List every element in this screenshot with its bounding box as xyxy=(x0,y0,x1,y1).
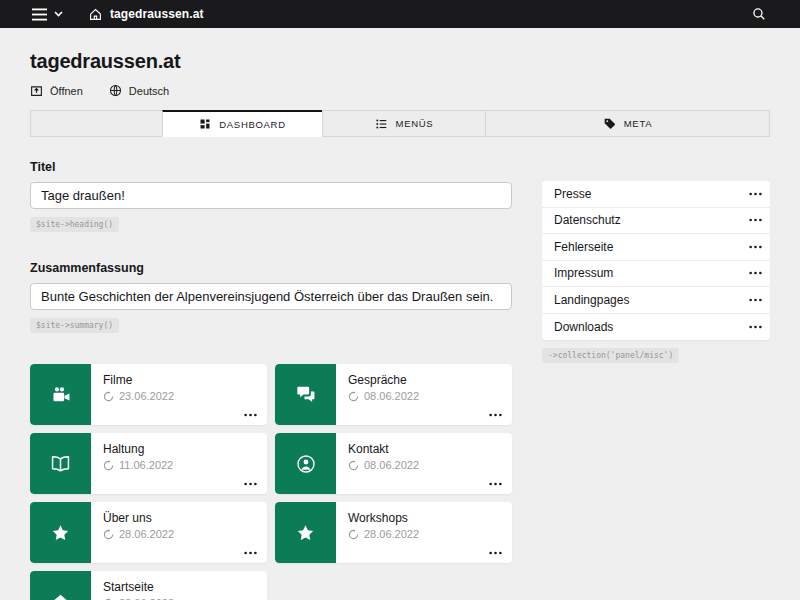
page-card-title: Haltung xyxy=(103,442,255,456)
dots-icon xyxy=(489,413,502,417)
page-card-icon-tile xyxy=(30,433,91,494)
misc-page-options-button[interactable] xyxy=(747,243,764,251)
tab-meta-label: META xyxy=(624,118,652,129)
dots-icon xyxy=(749,192,762,196)
page-card-icon-tile xyxy=(275,502,336,563)
tab-empty-segment xyxy=(30,110,163,137)
home-icon xyxy=(51,593,70,600)
page-card-body: Haltung11.06.2022 xyxy=(91,433,267,494)
page-card[interactable]: Über uns28.06.2022 xyxy=(30,502,267,563)
page-card-modified: 08.06.2022 xyxy=(348,459,500,471)
tab-dashboard[interactable]: DASHBOARD xyxy=(162,110,323,137)
misc-pages-code: ->collection('panel/misc') xyxy=(542,348,679,363)
refresh-icon xyxy=(103,529,114,540)
page-card-date-text: 08.06.2022 xyxy=(364,390,419,402)
language-button[interactable]: Deutsch xyxy=(109,84,169,97)
main-menu-button[interactable] xyxy=(32,8,63,21)
page-card-icon-tile xyxy=(30,571,91,600)
misc-page-options-button[interactable] xyxy=(747,190,764,198)
open-site-button[interactable]: Öffnen xyxy=(30,84,83,97)
misc-page-options-button[interactable] xyxy=(747,216,764,224)
misc-page-options-button[interactable] xyxy=(747,296,764,304)
dots-icon xyxy=(749,218,762,222)
page-card-body: Kontakt08.06.2022 xyxy=(336,433,512,494)
misc-page-row[interactable]: Downloads xyxy=(542,314,770,341)
page-card-modified: 28.06.2022 xyxy=(103,528,255,540)
page-card-modified: 11.06.2022 xyxy=(103,459,255,471)
page-card-modified: 28.06.2022 xyxy=(348,528,500,540)
misc-pages-list: PresseDatenschutzFehlerseiteImpressumLan… xyxy=(542,181,770,340)
page-card-date-text: 08.06.2022 xyxy=(364,459,419,471)
page-card-icon-tile xyxy=(275,364,336,425)
misc-page-label: Presse xyxy=(554,187,747,201)
title-field-group: Titel $site->heading() xyxy=(30,160,512,232)
chevron-down-icon xyxy=(54,11,63,17)
summary-field-code: $site->summary() xyxy=(30,318,119,333)
language-label: Deutsch xyxy=(129,85,169,97)
page-card-options-button[interactable] xyxy=(487,480,504,488)
page-title: tagedraussen.at xyxy=(30,50,770,73)
page-card[interactable]: Haltung11.06.2022 xyxy=(30,433,267,494)
dots-icon xyxy=(749,298,762,302)
page-card-options-button[interactable] xyxy=(487,411,504,419)
refresh-icon xyxy=(348,529,359,540)
page-card[interactable]: Workshops28.06.2022 xyxy=(275,502,512,563)
dots-icon xyxy=(244,413,257,417)
refresh-icon xyxy=(103,460,114,471)
misc-page-row[interactable]: Landingpages xyxy=(542,287,770,314)
tab-bar: DASHBOARD MENÜS META xyxy=(30,110,770,137)
page-card-body: Workshops28.06.2022 xyxy=(336,502,512,563)
list-icon xyxy=(375,118,388,130)
dots-icon xyxy=(749,325,762,329)
page-card-options-button[interactable] xyxy=(242,480,259,488)
chat-icon xyxy=(296,385,316,404)
tab-meta[interactable]: META xyxy=(485,110,770,137)
page-card-date-text: 23.06.2022 xyxy=(119,390,174,402)
main-content: Titel $site->heading() Zusammenfassung $… xyxy=(30,137,770,600)
misc-page-row[interactable]: Fehlerseite xyxy=(542,234,770,261)
page-card-options-button[interactable] xyxy=(242,549,259,557)
open-window-icon xyxy=(30,84,43,97)
dots-icon xyxy=(244,482,257,486)
page-card[interactable]: Kontakt08.06.2022 xyxy=(275,433,512,494)
dots-icon xyxy=(244,551,257,555)
search-icon xyxy=(752,7,766,21)
tab-menus[interactable]: MENÜS xyxy=(322,110,486,137)
misc-page-label: Impressum xyxy=(554,266,747,280)
summary-input[interactable] xyxy=(30,283,512,310)
dots-icon xyxy=(749,271,762,275)
misc-page-row[interactable]: Impressum xyxy=(542,261,770,288)
misc-page-label: Landingpages xyxy=(554,293,747,307)
dots-icon xyxy=(489,482,502,486)
misc-page-row[interactable]: Presse xyxy=(542,181,770,208)
misc-page-label: Downloads xyxy=(554,320,747,334)
page-card-icon-tile xyxy=(275,433,336,494)
misc-page-label: Fehlerseite xyxy=(554,240,747,254)
tag-icon xyxy=(603,117,616,130)
home-icon xyxy=(89,8,102,21)
page-card-body: Über uns28.06.2022 xyxy=(91,502,267,563)
refresh-icon xyxy=(103,391,114,402)
page-card-title: Workshops xyxy=(348,511,500,525)
page-card-icon-tile xyxy=(30,364,91,425)
page-cards-grid: Filme23.06.2022Gespräche08.06.2022Haltun… xyxy=(30,364,512,600)
site-home-link[interactable]: tagedraussen.at xyxy=(89,7,204,21)
page-card-title: Kontakt xyxy=(348,442,500,456)
refresh-icon xyxy=(348,460,359,471)
page-card[interactable]: Filme23.06.2022 xyxy=(30,364,267,425)
title-field-label: Titel xyxy=(30,160,512,174)
misc-page-options-button[interactable] xyxy=(747,269,764,277)
page-card[interactable]: Gespräche08.06.2022 xyxy=(275,364,512,425)
open-site-label: Öffnen xyxy=(50,85,83,97)
page-card-date-text: 28.06.2022 xyxy=(364,528,419,540)
dashboard-icon xyxy=(199,118,211,130)
page-card-options-button[interactable] xyxy=(242,411,259,419)
page-card[interactable]: Startseite23.06.2022 xyxy=(30,571,267,600)
misc-page-row[interactable]: Datenschutz xyxy=(542,208,770,235)
video-icon xyxy=(51,386,71,404)
search-button[interactable] xyxy=(752,7,766,21)
user-icon xyxy=(296,454,316,474)
page-card-options-button[interactable] xyxy=(487,549,504,557)
misc-page-options-button[interactable] xyxy=(747,323,764,331)
title-input[interactable] xyxy=(30,182,512,209)
